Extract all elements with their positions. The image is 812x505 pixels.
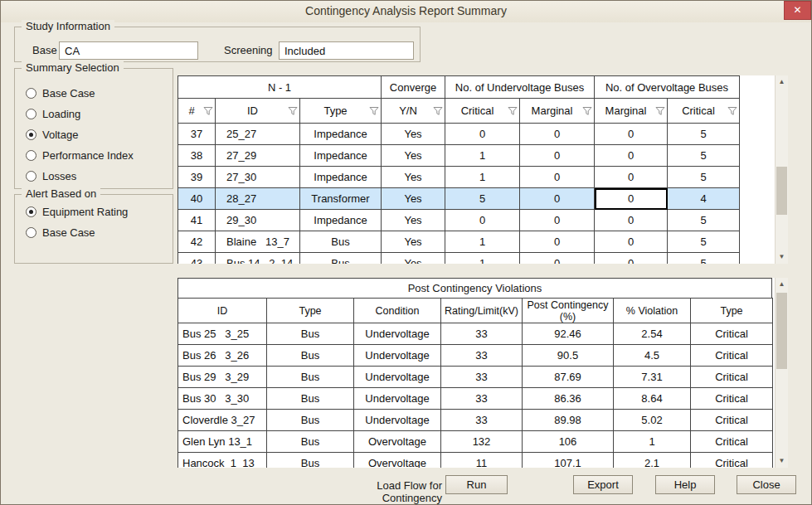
cell[interactable]: 0 <box>445 210 520 231</box>
cell[interactable]: Yes <box>382 145 445 167</box>
cell[interactable]: Yes <box>382 188 445 210</box>
cell[interactable]: Critical <box>691 323 773 345</box>
violations-scrollbar[interactable]: ▲ ▼ <box>775 278 788 468</box>
cell[interactable]: 1 <box>614 431 691 453</box>
filter-icon[interactable] <box>369 106 379 116</box>
cell[interactable]: Impedance <box>300 145 382 167</box>
cell[interactable]: 33 <box>441 388 523 410</box>
cell[interactable]: 5 <box>668 253 740 265</box>
cell[interactable]: 1 <box>445 167 520 188</box>
table-row[interactable]: 3827_29ImpedanceYes1005 <box>178 145 740 167</box>
cell[interactable]: 5 <box>668 167 740 188</box>
radio-option-performance-index[interactable]: Performance Index <box>15 145 173 166</box>
cell[interactable]: 0 <box>595 253 668 265</box>
cell[interactable]: Yes <box>382 124 445 145</box>
scroll-up-icon[interactable]: ▲ <box>776 278 788 291</box>
help-button[interactable]: Help <box>655 475 715 494</box>
cell[interactable]: 87.69 <box>523 367 614 388</box>
cell[interactable]: 42 <box>178 231 216 253</box>
radio-icon[interactable] <box>26 227 36 238</box>
cell[interactable]: 37 <box>178 124 216 145</box>
radio-option-base-case[interactable]: Base Case <box>15 83 173 104</box>
cell[interactable]: Undervoltage <box>354 388 441 410</box>
scroll-up-icon[interactable]: ▲ <box>776 75 788 89</box>
table-row[interactable]: 3725_27ImpedanceYes0005 <box>178 124 740 145</box>
table-row[interactable]: 42Blaine 13_7BusYes1005 <box>178 231 740 253</box>
cell[interactable]: Bus 25 3_25 <box>178 323 267 345</box>
cell[interactable]: 5 <box>668 231 740 253</box>
scroll-down-icon[interactable]: ▼ <box>776 454 788 468</box>
cell[interactable]: Critical <box>691 345 773 367</box>
cell[interactable]: 0 <box>595 188 668 210</box>
cell[interactable]: 90.5 <box>523 345 614 367</box>
table-row[interactable]: Bus 25 3_25BusUndervoltage3392.462.54Cri… <box>178 323 773 345</box>
cell[interactable]: 5 <box>668 210 740 231</box>
cell[interactable]: 33 <box>441 367 523 388</box>
radio-option-loading[interactable]: Loading <box>15 104 173 124</box>
table-row[interactable]: Hancock 1_13BusOvervoltage11107.12.1Crit… <box>178 453 773 469</box>
cell[interactable]: Yes <box>382 253 445 265</box>
cell[interactable]: 11 <box>441 453 523 469</box>
cell[interactable]: Undervoltage <box>354 410 441 431</box>
cell[interactable]: 43 <box>178 253 216 265</box>
cell[interactable]: 2.1 <box>614 453 691 469</box>
cell[interactable]: Bus <box>267 388 354 410</box>
cell[interactable]: Bus <box>300 253 382 265</box>
cell[interactable]: Undervoltage <box>354 367 441 388</box>
table-row[interactable]: 3927_30ImpedanceYes1005 <box>178 167 740 188</box>
cell[interactable]: 107.1 <box>523 453 614 469</box>
radio-option-voltage[interactable]: Voltage <box>15 124 173 145</box>
cell[interactable]: Blaine 13_7 <box>216 231 300 253</box>
cell[interactable]: Bus 29 3_29 <box>178 367 267 388</box>
cell[interactable]: 38 <box>178 145 216 167</box>
table-row[interactable]: 4028_27TransformerYes5004 <box>178 188 740 210</box>
cell[interactable]: 27_29 <box>216 145 300 167</box>
filter-icon[interactable] <box>433 106 443 116</box>
cell[interactable]: 0 <box>520 188 595 210</box>
radio-option-base-case[interactable]: Base Case <box>15 222 173 243</box>
cell[interactable]: 28_27 <box>216 188 300 210</box>
cell[interactable]: Yes <box>382 167 445 188</box>
radio-option-equipment-rating[interactable]: Equipment Rating <box>15 202 173 222</box>
cell[interactable]: 40 <box>178 188 216 210</box>
cell[interactable]: Bus 14 2_14 <box>216 253 300 265</box>
cell[interactable]: Overvoltage <box>354 431 441 453</box>
cell[interactable]: 92.46 <box>523 323 614 345</box>
cell[interactable]: Transformer <box>300 188 382 210</box>
filter-icon[interactable] <box>655 106 665 116</box>
scroll-thumb[interactable] <box>776 293 787 369</box>
radio-icon[interactable] <box>26 206 36 217</box>
cell[interactable]: 1 <box>445 253 520 265</box>
cell[interactable]: 8.64 <box>614 388 691 410</box>
cell[interactable]: 0 <box>595 167 668 188</box>
cell[interactable]: 25_27 <box>216 124 300 145</box>
radio-option-losses[interactable]: Losses <box>15 166 173 187</box>
cell[interactable]: Yes <box>382 210 445 231</box>
table-row[interactable]: 43Bus 14 2_14BusYes1005 <box>178 253 740 265</box>
cell[interactable]: 33 <box>441 410 523 431</box>
cell[interactable]: 5 <box>445 188 520 210</box>
cell[interactable]: Bus <box>267 345 354 367</box>
cell[interactable]: Undervoltage <box>354 345 441 367</box>
cell[interactable]: 4.5 <box>614 345 691 367</box>
cell[interactable]: 0 <box>520 145 595 167</box>
run-button[interactable]: Run <box>445 475 508 494</box>
cell[interactable]: Bus <box>267 431 354 453</box>
cell[interactable]: 33 <box>441 323 523 345</box>
cell[interactable]: 41 <box>178 210 216 231</box>
cell[interactable]: Overvoltage <box>354 453 441 469</box>
cell[interactable]: 0 <box>595 145 668 167</box>
contingency-scrollbar[interactable]: ▲ ▼ <box>775 75 788 264</box>
cell[interactable]: 4 <box>668 188 740 210</box>
cell[interactable]: 2.54 <box>614 323 691 345</box>
table-row[interactable]: Cloverdle 3_27BusUndervoltage3389.985.02… <box>178 410 773 431</box>
cell[interactable]: Bus 26 3_26 <box>178 345 267 367</box>
cell[interactable]: 0 <box>520 167 595 188</box>
cell[interactable]: Bus <box>267 453 354 469</box>
table-row[interactable]: Bus 30 3_30BusUndervoltage3386.368.64Cri… <box>178 388 773 410</box>
cell[interactable]: Impedance <box>300 124 382 145</box>
cell[interactable]: 5 <box>668 145 740 167</box>
cell[interactable]: 0 <box>520 124 595 145</box>
filter-icon[interactable] <box>727 106 737 116</box>
cell[interactable]: Critical <box>691 388 773 410</box>
